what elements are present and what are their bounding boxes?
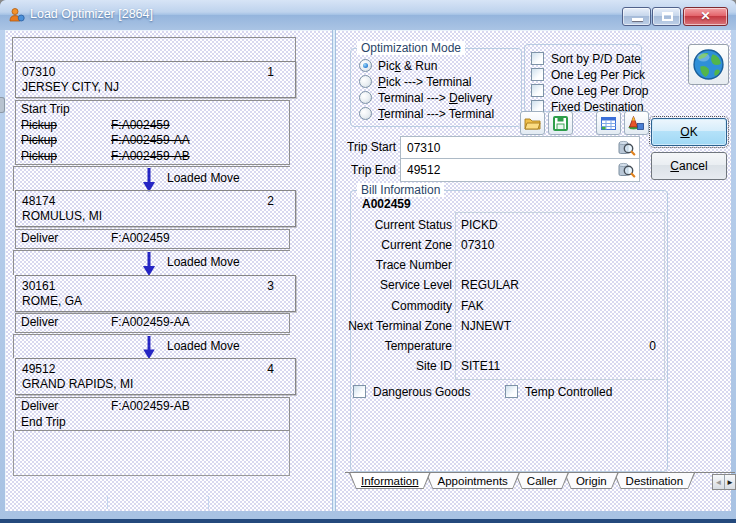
- action-row[interactable]: End Trip: [16, 415, 289, 431]
- action-row[interactable]: Pickup F:A002459-AB: [16, 149, 289, 165]
- tab-label: Caller: [515, 473, 569, 488]
- load-optimizer-window: Load Optimizer [2864] ✕ 07310 1 JERSEY C…: [0, 0, 736, 523]
- save-button[interactable]: [548, 111, 573, 135]
- radio-label: Terminal ---> Delivery: [378, 91, 492, 105]
- checkbox-temp-controlled[interactable]: Temp Controlled: [505, 384, 612, 399]
- close-button[interactable]: ✕: [683, 7, 728, 26]
- radio-icon[interactable]: [359, 75, 372, 88]
- bill-row-value: 0: [461, 336, 656, 356]
- checkbox-icon[interactable]: [505, 385, 518, 398]
- action-label: Start Trip: [21, 102, 111, 118]
- tab-label: Origin: [564, 473, 619, 488]
- radio-pick-and-run[interactable]: Pick & Run: [359, 58, 437, 73]
- report-grid-icon: [600, 115, 617, 132]
- tab-caller[interactable]: Caller: [515, 473, 569, 489]
- action-label: Deliver: [21, 399, 111, 415]
- action-bill: F:A002459: [111, 231, 170, 247]
- tab-scroll-left-icon[interactable]: ◄: [713, 475, 724, 489]
- checkbox-one-leg-per-drop[interactable]: One Leg Per Drop: [531, 83, 648, 98]
- checkbox-icon[interactable]: [353, 385, 366, 398]
- checkbox-one-leg-per-pick[interactable]: One Leg Per Pick: [531, 67, 645, 82]
- report-button[interactable]: [596, 111, 621, 135]
- tab-origin[interactable]: Origin: [564, 473, 619, 489]
- optimize-button[interactable]: [624, 111, 649, 135]
- stop-city: JERSEY CITY, NJ: [22, 80, 119, 95]
- tab-destination[interactable]: Destination: [614, 473, 696, 489]
- down-arrow-icon: [142, 336, 156, 360]
- bill-row: Site ID SITE11: [335, 356, 665, 376]
- radio-icon[interactable]: [359, 59, 372, 72]
- checkbox-icon[interactable]: [531, 68, 544, 81]
- checkbox-dangerous-goods[interactable]: Dangerous Goods: [353, 384, 470, 399]
- trip-end-field[interactable]: 49512: [400, 159, 640, 182]
- bill-row: Commodity FAK: [335, 296, 665, 316]
- stop-header-3[interactable]: 30161 3 ROME, GA: [15, 275, 296, 312]
- action-row[interactable]: Deliver F:A002459-AB: [16, 399, 289, 415]
- radio-icon[interactable]: [359, 107, 372, 120]
- stop-zone: 48174: [22, 194, 55, 209]
- loaded-move-connector: Loaded Move: [13, 334, 290, 358]
- action-row[interactable]: Pickup F:A002459-AA: [16, 133, 289, 149]
- action-row[interactable]: Start Trip: [16, 102, 289, 118]
- tab-appointments[interactable]: Appointments: [426, 473, 520, 489]
- action-row[interactable]: Deliver F:A002459-AA: [16, 315, 289, 331]
- action-row[interactable]: Deliver F:A002459: [16, 231, 289, 247]
- stop-header-1[interactable]: 07310 1 JERSEY CITY, NJ: [15, 61, 296, 98]
- stop-sequence-number: 2: [267, 194, 274, 209]
- grid-guide: [208, 496, 209, 509]
- action-label: Deliver: [21, 231, 111, 247]
- tab-information[interactable]: Information: [349, 473, 431, 489]
- bill-row: Temperature 0: [335, 336, 665, 356]
- tab-label: Information: [349, 473, 431, 488]
- action-bill: F:A002459-AB: [111, 399, 190, 415]
- trip-start-field[interactable]: 07310: [400, 136, 640, 159]
- bill-row-label: Trace Number: [335, 255, 452, 275]
- radio-terminal-delivery[interactable]: Terminal ---> Delivery: [359, 90, 492, 105]
- radio-label: Terminal ---> Terminal: [378, 107, 494, 121]
- lookup-icon[interactable]: [618, 139, 636, 157]
- stop-sequence-number: 4: [267, 362, 274, 377]
- tab-scroll-right-icon[interactable]: ►: [724, 475, 735, 489]
- stop-sequence-number: 3: [267, 279, 274, 294]
- radio-terminal-terminal[interactable]: Terminal ---> Terminal: [359, 106, 494, 121]
- loaded-move-connector: Loaded Move: [13, 166, 290, 191]
- shapes-icon: [628, 115, 645, 132]
- loaded-move-connector: Loaded Move: [13, 250, 290, 275]
- bill-row-value: FAK: [461, 296, 484, 316]
- lookup-icon[interactable]: [618, 161, 636, 179]
- trip-end-value: 49512: [401, 159, 639, 177]
- stop-actions-4: Deliver F:A002459-AB End Trip: [15, 397, 290, 431]
- minimize-button[interactable]: [622, 7, 651, 26]
- flags-group: Sort by P/D Date One Leg Per Pick One Le…: [524, 44, 642, 112]
- ok-button[interactable]: OK: [651, 118, 727, 146]
- open-button[interactable]: [520, 111, 545, 135]
- radio-icon[interactable]: [359, 91, 372, 104]
- bill-row: Current Zone 07310: [335, 235, 665, 255]
- down-arrow-icon: [142, 252, 156, 277]
- bill-row-label: Service Level: [335, 275, 452, 295]
- bill-row-label: Temperature: [335, 336, 452, 356]
- person-icon: [9, 7, 25, 23]
- bill-row: Next Terminal Zone NJNEWT: [335, 316, 665, 336]
- stop-header-4[interactable]: 49512 4 GRAND RAPIDS, MI: [15, 358, 296, 395]
- checkbox-label: One Leg Per Drop: [551, 84, 648, 98]
- globe-icon: [692, 48, 725, 81]
- stop-actions-3: Deliver F:A002459-AA: [15, 313, 290, 333]
- stop-header-2[interactable]: 48174 2 ROMULUS, MI: [15, 190, 296, 227]
- tab-label: Appointments: [426, 473, 520, 488]
- checkbox-icon[interactable]: [531, 84, 544, 97]
- bill-row-value: REGULAR: [461, 275, 519, 295]
- tab-label: Destination: [614, 473, 696, 488]
- checkbox-label: Temp Controlled: [525, 385, 612, 399]
- checkbox-sort-by-pd-date[interactable]: Sort by P/D Date: [531, 51, 641, 66]
- titlebar[interactable]: Load Optimizer [2864] ✕: [0, 0, 736, 30]
- globe-button[interactable]: [688, 44, 729, 85]
- radio-pick-terminal[interactable]: Pick ---> Terminal: [359, 74, 471, 89]
- action-row[interactable]: Pickup F:A002459: [16, 118, 289, 134]
- group-caption: Optimization Mode: [357, 41, 465, 55]
- connector-label: Loaded Move: [167, 339, 240, 353]
- checkbox-icon[interactable]: [531, 52, 544, 65]
- open-folder-icon: [524, 115, 541, 132]
- restore-button[interactable]: [652, 7, 681, 26]
- cancel-button[interactable]: Cancel: [651, 152, 727, 180]
